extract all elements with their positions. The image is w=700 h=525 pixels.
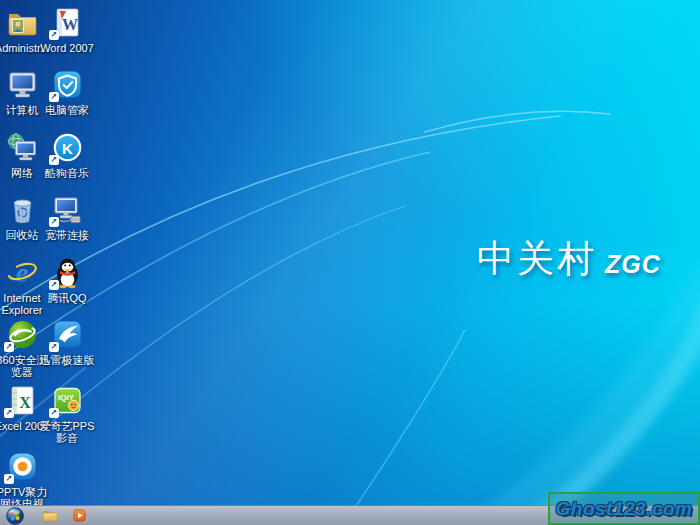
desktop-icon-tencent-qq[interactable]: ↗ 腾讯QQ [37,256,97,304]
user-folder-icon [6,6,39,39]
icon-label: 电脑管家 [37,104,97,116]
shortcut-arrow-icon: ↗ [49,280,59,290]
taskbar-media-player-button[interactable] [73,509,86,522]
qq-penguin-icon: ↗ [51,256,84,289]
computer-icon [6,68,39,101]
svg-text:K: K [62,140,73,157]
broadband-connection-icon: ↗ [51,193,84,226]
shortcut-arrow-icon: ↗ [49,217,59,227]
brand-en-text: ZGC [605,252,661,277]
icon-label: Word 2007 [37,42,97,54]
windows-start-orb-icon [6,507,24,525]
explorer-folder-icon [42,509,58,522]
icon-label: 酷狗音乐 [37,167,97,179]
iqiyi-pps-icon: iQiY ↗ [51,384,84,417]
brand-cn-text: 中关村 [477,240,597,277]
thunder-bird-icon: ↗ [51,318,84,351]
wallpaper-brand: 中关村 ZGC [477,240,661,277]
shortcut-arrow-icon: ↗ [49,30,59,40]
desktop-icon-word-2007[interactable]: W ↗ Word 2007 [37,6,97,54]
start-button[interactable] [6,507,24,525]
media-player-icon [73,509,86,522]
shortcut-arrow-icon: ↗ [49,408,59,418]
network-globe-monitor-icon [6,131,39,164]
pc-manager-shield-icon: ↗ [51,68,84,101]
desktop-icon-pc-manager[interactable]: ↗ 电脑管家 [37,68,97,116]
shortcut-arrow-icon: ↗ [4,474,14,484]
svg-text:W: W [62,16,78,33]
recycle-bin-icon [6,193,39,226]
ghost123-watermark: Ghost123.com [548,492,700,525]
desktop-icon-iqiyi-pps[interactable]: iQiY ↗ 爱奇艺PPS影音 [37,384,97,444]
internet-explorer-icon: e [6,256,39,289]
desktop-icon-pptv[interactable]: ↗ PPTV聚力 网络电视 [0,450,52,510]
desktop-background[interactable]: 中关村 ZGC Administr... W ↗ [0,0,700,525]
watermark-text: Ghost123.com [556,498,693,520]
icon-label: 爱奇艺PPS影音 [37,420,97,444]
icon-label: 迅雷极速版 [37,354,97,366]
shortcut-arrow-icon: ↗ [49,155,59,165]
icon-label: 腾讯QQ [37,292,97,304]
pptv-icon: ↗ [6,450,39,483]
excel-2007-icon: X ↗ [6,384,39,417]
desktop-icon-broadband[interactable]: ↗ 宽带连接 [37,193,97,241]
word-2007-icon: W ↗ [51,6,84,39]
icon-label: 宽带连接 [37,229,97,241]
taskbar-explorer-button[interactable] [42,509,58,522]
desktop-icon-kugou-music[interactable]: K ↗ 酷狗音乐 [37,131,97,179]
svg-text:X: X [19,394,31,411]
desktop-icon-thunder[interactable]: ↗ 迅雷极速版 [37,318,97,366]
shortcut-arrow-icon: ↗ [49,92,59,102]
svg-text:iQiY: iQiY [57,393,74,402]
360-safe-browser-icon: ↗ [6,318,39,351]
shortcut-arrow-icon: ↗ [49,342,59,352]
shortcut-arrow-icon: ↗ [4,408,14,418]
svg-text:e: e [15,257,27,288]
shortcut-arrow-icon: ↗ [4,342,14,352]
kugou-music-icon: K ↗ [51,131,84,164]
